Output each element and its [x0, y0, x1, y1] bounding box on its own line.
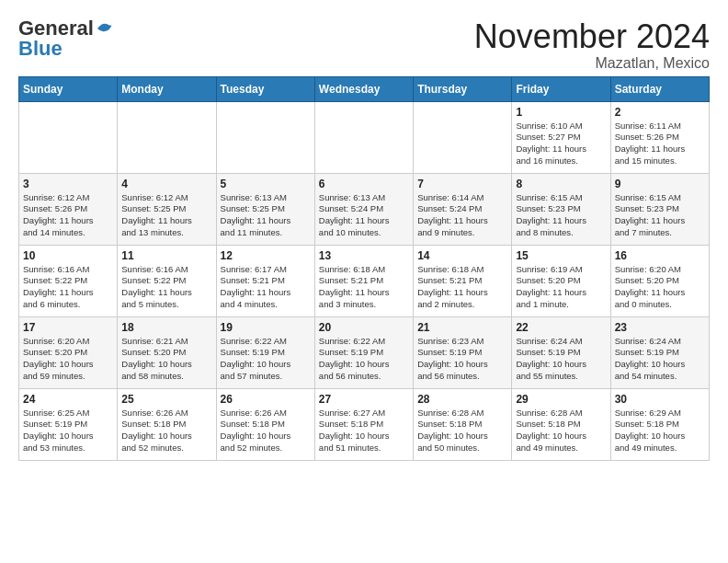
day-info: Sunrise: 6:15 AM Sunset: 5:23 PM Dayligh… — [516, 192, 606, 239]
week-row-2: 3Sunrise: 6:12 AM Sunset: 5:26 PM Daylig… — [19, 173, 710, 245]
day-cell: 5Sunrise: 6:13 AM Sunset: 5:25 PM Daylig… — [216, 173, 314, 245]
day-number: 1 — [516, 106, 606, 119]
day-number: 20 — [319, 321, 409, 334]
day-cell: 12Sunrise: 6:17 AM Sunset: 5:21 PM Dayli… — [216, 245, 314, 316]
day-info: Sunrise: 6:11 AM Sunset: 5:26 PM Dayligh… — [615, 121, 705, 167]
day-info: Sunrise: 6:12 AM Sunset: 5:25 PM Dayligh… — [121, 192, 211, 239]
day-cell: 27Sunrise: 6:27 AM Sunset: 5:18 PM Dayli… — [314, 388, 413, 460]
day-info: Sunrise: 6:13 AM Sunset: 5:24 PM Dayligh… — [319, 192, 409, 239]
header: General Blue November 2024 Mazatlan, Mex… — [9, 9, 719, 76]
calendar-table: SundayMondayTuesdayWednesdayThursdayFrid… — [18, 76, 710, 461]
day-cell: 11Sunrise: 6:16 AM Sunset: 5:22 PM Dayli… — [118, 245, 216, 316]
day-number: 13 — [319, 249, 409, 262]
day-info: Sunrise: 6:17 AM Sunset: 5:21 PM Dayligh… — [221, 264, 311, 311]
day-number: 24 — [23, 393, 113, 406]
day-cell: 22Sunrise: 6:24 AM Sunset: 5:19 PM Dayli… — [512, 316, 610, 388]
day-cell: 2Sunrise: 6:11 AM Sunset: 5:26 PM Daylig… — [610, 101, 709, 173]
logo-general-text: General — [18, 18, 94, 39]
day-number: 23 — [615, 321, 705, 334]
day-info: Sunrise: 6:16 AM Sunset: 5:22 PM Dayligh… — [23, 264, 113, 311]
day-header-saturday: Saturday — [610, 76, 709, 101]
day-cell: 15Sunrise: 6:19 AM Sunset: 5:20 PM Dayli… — [512, 245, 610, 316]
day-cell: 25Sunrise: 6:26 AM Sunset: 5:18 PM Dayli… — [118, 388, 216, 460]
day-cell: 14Sunrise: 6:18 AM Sunset: 5:21 PM Dayli… — [414, 245, 512, 316]
day-info: Sunrise: 6:16 AM Sunset: 5:22 PM Dayligh… — [121, 264, 211, 311]
day-cell: 29Sunrise: 6:28 AM Sunset: 5:18 PM Dayli… — [512, 388, 610, 460]
day-info: Sunrise: 6:10 AM Sunset: 5:27 PM Dayligh… — [516, 121, 606, 167]
day-cell: 6Sunrise: 6:13 AM Sunset: 5:24 PM Daylig… — [314, 173, 413, 245]
day-header-friday: Friday — [512, 76, 610, 101]
day-number: 12 — [221, 249, 311, 262]
calendar-body: 1Sunrise: 6:10 AM Sunset: 5:27 PM Daylig… — [19, 101, 710, 460]
day-number: 28 — [417, 393, 507, 406]
day-info: Sunrise: 6:21 AM Sunset: 5:20 PM Dayligh… — [121, 336, 211, 383]
day-cell: 26Sunrise: 6:26 AM Sunset: 5:18 PM Dayli… — [216, 388, 314, 460]
day-number: 18 — [121, 321, 211, 334]
day-number: 11 — [121, 249, 211, 262]
logo-bird-icon — [96, 19, 114, 38]
day-number: 15 — [516, 249, 606, 262]
day-info: Sunrise: 6:27 AM Sunset: 5:18 PM Dayligh… — [319, 408, 409, 454]
day-info: Sunrise: 6:22 AM Sunset: 5:19 PM Dayligh… — [221, 336, 311, 383]
day-header-sunday: Sunday — [19, 76, 118, 101]
day-info: Sunrise: 6:26 AM Sunset: 5:18 PM Dayligh… — [121, 408, 211, 454]
day-number: 2 — [615, 106, 705, 119]
month-year-title: November 2024 — [474, 18, 710, 55]
day-number: 27 — [319, 393, 409, 406]
day-number: 7 — [417, 178, 507, 190]
day-number: 3 — [23, 178, 113, 190]
day-header-tuesday: Tuesday — [216, 76, 314, 101]
day-cell — [118, 101, 216, 173]
day-number: 21 — [417, 321, 507, 334]
day-info: Sunrise: 6:29 AM Sunset: 5:18 PM Dayligh… — [615, 408, 705, 454]
day-number: 4 — [121, 178, 211, 190]
day-info: Sunrise: 6:12 AM Sunset: 5:26 PM Dayligh… — [23, 192, 113, 239]
day-info: Sunrise: 6:25 AM Sunset: 5:19 PM Dayligh… — [23, 408, 113, 454]
day-cell: 7Sunrise: 6:14 AM Sunset: 5:24 PM Daylig… — [414, 173, 512, 245]
day-info: Sunrise: 6:26 AM Sunset: 5:18 PM Dayligh… — [221, 408, 311, 454]
week-row-5: 24Sunrise: 6:25 AM Sunset: 5:19 PM Dayli… — [19, 388, 710, 460]
day-cell: 20Sunrise: 6:22 AM Sunset: 5:19 PM Dayli… — [314, 316, 413, 388]
day-info: Sunrise: 6:15 AM Sunset: 5:23 PM Dayligh… — [615, 192, 705, 239]
day-info: Sunrise: 6:19 AM Sunset: 5:20 PM Dayligh… — [516, 264, 606, 311]
day-cell: 30Sunrise: 6:29 AM Sunset: 5:18 PM Dayli… — [610, 388, 709, 460]
day-info: Sunrise: 6:24 AM Sunset: 5:19 PM Dayligh… — [615, 336, 705, 383]
day-info: Sunrise: 6:18 AM Sunset: 5:21 PM Dayligh… — [417, 264, 507, 311]
day-info: Sunrise: 6:20 AM Sunset: 5:20 PM Dayligh… — [615, 264, 705, 311]
day-number: 5 — [221, 178, 311, 190]
day-number: 8 — [516, 178, 606, 190]
day-cell: 17Sunrise: 6:20 AM Sunset: 5:20 PM Dayli… — [19, 316, 118, 388]
day-info: Sunrise: 6:14 AM Sunset: 5:24 PM Dayligh… — [417, 192, 507, 239]
header-row: SundayMondayTuesdayWednesdayThursdayFrid… — [19, 76, 710, 101]
logo-blue-text: Blue — [18, 39, 63, 59]
calendar-header: SundayMondayTuesdayWednesdayThursdayFrid… — [19, 76, 710, 101]
day-number: 6 — [319, 178, 409, 190]
day-number: 26 — [221, 393, 311, 406]
day-number: 14 — [417, 249, 507, 262]
day-number: 30 — [615, 393, 705, 406]
day-cell: 8Sunrise: 6:15 AM Sunset: 5:23 PM Daylig… — [512, 173, 610, 245]
day-info: Sunrise: 6:20 AM Sunset: 5:20 PM Dayligh… — [23, 336, 113, 383]
day-cell: 10Sunrise: 6:16 AM Sunset: 5:22 PM Dayli… — [19, 245, 118, 316]
day-cell: 16Sunrise: 6:20 AM Sunset: 5:20 PM Dayli… — [610, 245, 709, 316]
day-header-monday: Monday — [118, 76, 216, 101]
day-cell — [216, 101, 314, 173]
day-cell: 13Sunrise: 6:18 AM Sunset: 5:21 PM Dayli… — [314, 245, 413, 316]
day-cell: 24Sunrise: 6:25 AM Sunset: 5:19 PM Dayli… — [19, 388, 118, 460]
logo: General Blue — [18, 18, 114, 59]
day-number: 16 — [615, 249, 705, 262]
location-subtitle: Mazatlan, Mexico — [474, 55, 710, 72]
day-cell: 4Sunrise: 6:12 AM Sunset: 5:25 PM Daylig… — [118, 173, 216, 245]
day-info: Sunrise: 6:24 AM Sunset: 5:19 PM Dayligh… — [516, 336, 606, 383]
day-cell: 21Sunrise: 6:23 AM Sunset: 5:19 PM Dayli… — [414, 316, 512, 388]
day-info: Sunrise: 6:18 AM Sunset: 5:21 PM Dayligh… — [319, 264, 409, 311]
day-info: Sunrise: 6:28 AM Sunset: 5:18 PM Dayligh… — [516, 408, 606, 454]
day-cell — [414, 101, 512, 173]
week-row-1: 1Sunrise: 6:10 AM Sunset: 5:27 PM Daylig… — [19, 101, 710, 173]
calendar: SundayMondayTuesdayWednesdayThursdayFrid… — [9, 76, 719, 470]
day-info: Sunrise: 6:28 AM Sunset: 5:18 PM Dayligh… — [417, 408, 507, 454]
day-cell: 28Sunrise: 6:28 AM Sunset: 5:18 PM Dayli… — [414, 388, 512, 460]
day-cell: 9Sunrise: 6:15 AM Sunset: 5:23 PM Daylig… — [610, 173, 709, 245]
day-cell: 19Sunrise: 6:22 AM Sunset: 5:19 PM Dayli… — [216, 316, 314, 388]
day-cell: 1Sunrise: 6:10 AM Sunset: 5:27 PM Daylig… — [512, 101, 610, 173]
